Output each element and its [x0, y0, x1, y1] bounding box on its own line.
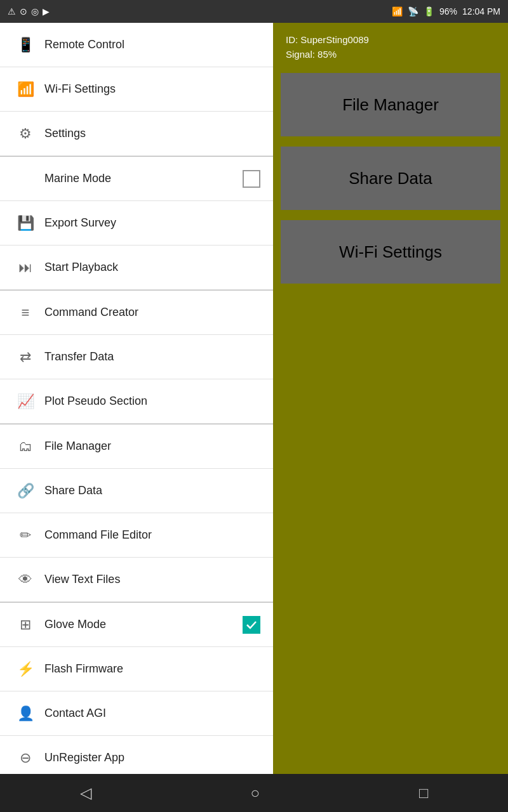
menu-item-unregister-app[interactable]: ⊖UnRegister App — [0, 736, 273, 774]
status-bar-right: 📶 📡 🔋 96% 12:04 PM — [392, 6, 500, 16]
menu-item-label-wifi-settings: Wi-Fi Settings — [38, 82, 260, 96]
menu-item-label-flash-firmware: Flash Firmware — [38, 662, 260, 676]
menu-item-settings[interactable]: ⚙Settings — [0, 112, 273, 156]
alert-icon: ⚠ — [8, 6, 16, 16]
home-button[interactable]: ○ — [238, 778, 273, 808]
menu-item-export-survey[interactable]: 💾Export Survey — [0, 201, 273, 246]
pencil-icon: ✏ — [13, 527, 38, 544]
menu-item-wifi-settings[interactable]: 📶Wi-Fi Settings — [0, 67, 273, 112]
menu-item-share-data[interactable]: 🔗Share Data — [0, 469, 273, 513]
arrows-icon: ⇄ — [13, 349, 38, 365]
right-panel: ID: SuperSting0089 Signal: 85% File Mana… — [273, 23, 508, 774]
menu-item-flash-firmware[interactable]: ⚡Flash Firmware — [0, 647, 273, 691]
menu-item-label-remote-control: Remote Control — [38, 38, 260, 51]
wifi-icon: 📶 — [13, 81, 38, 98]
save-icon: 💾 — [13, 215, 38, 232]
share-icon: 🔗 — [13, 483, 38, 499]
file-manager-button[interactable]: File Manager — [281, 73, 500, 136]
status-bar-left: ⚠ ⊙ ◎ ▶ — [8, 6, 50, 16]
navigation-drawer: 📱Remote Control📶Wi-Fi Settings⚙SettingsM… — [0, 23, 273, 774]
battery-icon: 🔋 — [424, 6, 434, 16]
menu-item-label-start-playback: Start Playback — [38, 261, 260, 274]
contact-icon: 👤 — [13, 705, 38, 722]
menu-item-plot-pseudo[interactable]: 📈Plot Pseudo Section — [0, 379, 273, 424]
menu-item-label-transfer-data: Transfer Data — [38, 350, 260, 363]
menu-item-remote-control[interactable]: 📱Remote Control — [0, 23, 273, 67]
menu-item-start-playback[interactable]: ⏭Start Playback — [0, 246, 273, 290]
list-icon: ≡ — [13, 304, 38, 321]
menu-item-file-manager[interactable]: 🗂File Manager — [0, 424, 273, 469]
menu-item-command-creator[interactable]: ≡Command Creator — [0, 291, 273, 335]
circle-icon: ◎ — [31, 6, 39, 16]
menu-item-label-marine-mode: Marine Mode — [38, 172, 243, 185]
play-skip-icon: ⏭ — [13, 259, 38, 276]
remote-icon: 📱 — [13, 37, 38, 53]
status-bar: ⚠ ⊙ ◎ ▶ 📶 📡 🔋 96% 12:04 PM — [0, 0, 508, 23]
menu-item-label-command-creator: Command Creator — [38, 306, 260, 319]
menu-item-command-file-editor[interactable]: ✏Command File Editor — [0, 513, 273, 558]
folder-icon: 🗂 — [13, 438, 38, 455]
menu-item-label-file-manager: File Manager — [38, 440, 260, 453]
ssid-text: ID: SuperSting0089 — [286, 33, 495, 48]
share-data-button[interactable]: Share Data — [281, 147, 500, 210]
signal-icon: 📡 — [408, 6, 418, 16]
clock: 12:04 PM — [462, 6, 500, 16]
menu-item-contact-agi[interactable]: 👤Contact AGI — [0, 691, 273, 736]
menu-item-label-glove-mode: Glove Mode — [38, 618, 243, 631]
gear-icon: ⚙ — [13, 126, 38, 142]
dot-icon: ⊙ — [20, 6, 27, 16]
wifi-settings-button[interactable]: Wi-Fi Settings — [281, 220, 500, 284]
chart-icon: 📈 — [13, 393, 38, 410]
back-button[interactable]: ◁ — [67, 778, 104, 808]
bottom-navigation: ◁ ○ □ — [0, 774, 508, 812]
recent-button[interactable]: □ — [406, 778, 441, 808]
menu-item-label-view-text-files: View Text Files — [38, 573, 260, 586]
eye-icon: 👁 — [13, 572, 38, 588]
menu-item-marine-mode[interactable]: Marine Mode — [0, 157, 273, 201]
play-icon: ▶ — [43, 6, 50, 16]
minus-circle-icon: ⊖ — [13, 750, 38, 766]
menu-item-label-plot-pseudo: Plot Pseudo Section — [38, 395, 260, 408]
menu-item-label-contact-agi: Contact AGI — [38, 707, 260, 720]
grid-icon: ⊞ — [13, 617, 38, 633]
checkbox-glove-mode[interactable] — [243, 616, 260, 634]
menu-item-glove-mode[interactable]: ⊞Glove Mode — [0, 603, 273, 647]
menu-item-label-settings: Settings — [38, 127, 260, 140]
menu-item-label-command-file-editor: Command File Editor — [38, 528, 260, 542]
menu-item-label-unregister-app: UnRegister App — [38, 751, 260, 764]
menu-item-label-export-survey: Export Survey — [38, 216, 260, 230]
menu-item-label-share-data: Share Data — [38, 484, 260, 497]
wifi-info: ID: SuperSting0089 Signal: 85% — [273, 23, 508, 68]
checkbox-marine-mode[interactable] — [243, 170, 260, 188]
wifi-icon: 📶 — [392, 6, 403, 16]
signal-text: Signal: 85% — [286, 48, 495, 62]
menu-item-transfer-data[interactable]: ⇄Transfer Data — [0, 335, 273, 379]
bolt-icon: ⚡ — [13, 661, 38, 678]
battery-percent: 96% — [439, 6, 457, 16]
menu-item-view-text-files[interactable]: 👁View Text Files — [0, 558, 273, 602]
